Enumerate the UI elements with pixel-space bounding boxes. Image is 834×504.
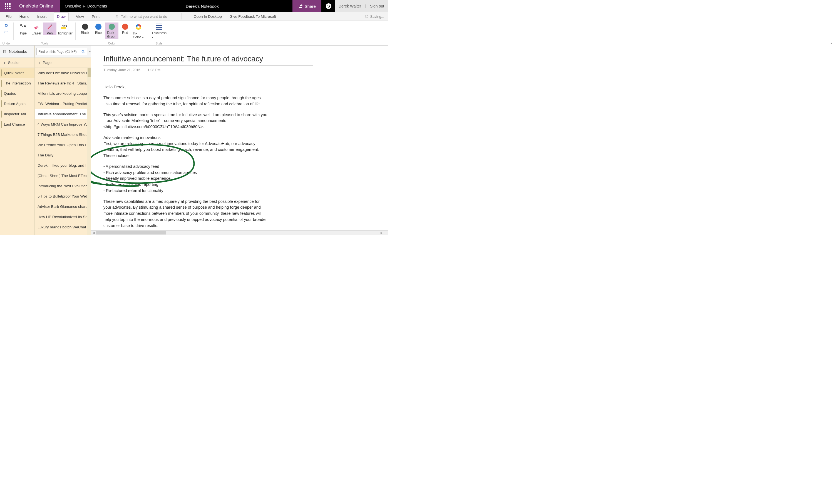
skype-button[interactable]: S xyxy=(323,0,335,12)
thickness-dropdown[interactable]: Thickness▼ xyxy=(151,23,167,39)
plus-icon: + xyxy=(38,60,41,65)
color-red[interactable]: Red xyxy=(118,23,132,39)
chevron-down-icon: ▼ xyxy=(152,36,154,39)
page-item[interactable]: Luxury brands botch WeChat - xyxy=(35,222,91,232)
redo-button[interactable] xyxy=(4,30,8,35)
list-item: - A personalized advocacy feed xyxy=(104,164,267,170)
list-item: - Rich advocacy profiles and communicati… xyxy=(104,170,267,176)
add-section-button[interactable]: + Section xyxy=(0,58,35,68)
section-label: Quick Notes xyxy=(4,71,24,75)
page-item[interactable]: 4 Ways MRM Can Improve You xyxy=(35,119,91,130)
svg-text:ab: ab xyxy=(62,24,65,27)
thickness-icon xyxy=(156,24,162,30)
eraser-tool[interactable]: Eraser xyxy=(30,23,43,35)
section-item[interactable]: Last Chance xyxy=(0,119,35,130)
type-tool[interactable]: AI Type xyxy=(16,23,30,35)
pages-scrollbar[interactable] xyxy=(87,68,91,235)
menu-draw[interactable]: Draw xyxy=(54,13,69,21)
section-item[interactable]: The Intersection xyxy=(0,78,35,88)
sign-out-link[interactable]: Sign out xyxy=(370,4,384,8)
pen-tool[interactable]: Pen xyxy=(43,23,57,35)
menu-home[interactable]: Home xyxy=(19,12,30,21)
color-dark-green[interactable]: DarkGreen xyxy=(105,23,118,39)
redo-icon xyxy=(4,30,8,34)
cursor-text-icon: AI xyxy=(20,24,26,30)
menu-insert[interactable]: Insert xyxy=(37,12,47,21)
scroll-left-icon[interactable]: ◀ xyxy=(91,231,96,235)
notebooks-header[interactable]: Notebooks xyxy=(0,46,35,58)
svg-rect-2 xyxy=(301,5,303,6)
paragraph: The summer solstice is a day of profound… xyxy=(104,95,267,107)
chevron-down-icon: ▼ xyxy=(142,37,144,39)
undo-button[interactable] xyxy=(4,23,8,29)
waffle-icon xyxy=(5,3,10,9)
note-canvas[interactable]: Influitive announcement: The future of a… xyxy=(91,46,388,235)
page-title[interactable]: Influitive announcement: The future of a… xyxy=(104,53,313,66)
list-item: - Better analytics and reporting xyxy=(104,182,267,188)
section-label: Return Again xyxy=(4,102,26,106)
page-search[interactable] xyxy=(37,48,87,55)
scrollbar-thumb[interactable] xyxy=(96,231,166,234)
page-item[interactable]: 5 Tips to Bulletproof Your Web xyxy=(35,191,91,202)
svg-text:I: I xyxy=(25,24,25,27)
section-item[interactable]: Quick Notes xyxy=(0,68,35,78)
menu-view[interactable]: View xyxy=(75,12,85,21)
app-launcher[interactable] xyxy=(0,0,15,12)
page-item[interactable]: How HP Revolutionized Its Soc xyxy=(35,212,91,222)
list-item: - Re-factored referral functionality xyxy=(104,188,267,194)
highlighter-tool[interactable]: ab Highlighter xyxy=(57,23,72,35)
paragraph: This year's solstice marks a special tim… xyxy=(104,112,267,130)
page-item[interactable]: Introducing the Next Evolution xyxy=(35,181,91,191)
search-input[interactable] xyxy=(38,50,80,54)
greeting: Hello Derek, xyxy=(104,84,267,90)
breadcrumb[interactable]: OneDrive ▶ Documents xyxy=(60,0,112,12)
tell-me-search[interactable]: Tell me what you want to do xyxy=(115,15,167,19)
page-item[interactable]: Derek, I liked your blog, and I xyxy=(35,160,91,170)
page-item[interactable]: 7 Things B2B Marketers Shoul xyxy=(35,130,91,140)
breadcrumb-current[interactable]: Documents xyxy=(87,4,107,8)
section-label: The Intersection xyxy=(4,81,31,85)
color-black[interactable]: Black xyxy=(79,23,92,39)
menu-file[interactable]: File xyxy=(5,12,12,21)
menu-print[interactable]: Print xyxy=(91,12,100,21)
page-item[interactable]: The Daily xyxy=(35,150,91,160)
group-label-style: Style xyxy=(149,42,169,45)
page-item[interactable]: The Reviews are In: 4+ Stars. xyxy=(35,78,91,88)
paragraph: Advocate marketing innovationsFirst, we … xyxy=(104,135,267,153)
skype-icon: S xyxy=(326,3,332,9)
page-item[interactable]: FW: Webinar - Putting Predicti xyxy=(35,99,91,109)
page-item[interactable]: Millennials are keeping coupo xyxy=(35,88,91,99)
group-label-undo: Undo xyxy=(0,42,12,45)
section-item[interactable]: Inspector Tail xyxy=(0,109,35,119)
list-item: - Greatly improved mobile experience xyxy=(104,176,267,182)
scroll-right-icon[interactable]: ▶ xyxy=(379,231,383,235)
share-button[interactable]: Share xyxy=(292,0,321,12)
section-item[interactable]: Return Again xyxy=(0,99,35,109)
group-label-tools: Tools xyxy=(15,42,74,45)
ink-color-dropdown[interactable]: InkColor ▼ xyxy=(132,23,145,39)
color-blue[interactable]: Blue xyxy=(92,23,105,39)
horizontal-scrollbar[interactable]: ◀ ▶ xyxy=(91,230,383,235)
chevron-down-icon[interactable]: ▼ xyxy=(89,50,91,53)
page-item[interactable]: We Predict You'll Open This Em xyxy=(35,140,91,150)
section-label: Inspector Tail xyxy=(4,112,26,116)
breadcrumb-root[interactable]: OneDrive xyxy=(65,4,81,8)
give-feedback[interactable]: Give Feedback To Microsoft xyxy=(229,12,277,21)
svg-text:S: S xyxy=(327,4,330,8)
page-item[interactable]: [Cheat Sheet] The Most Effecti xyxy=(35,170,91,181)
open-in-desktop[interactable]: Open In Desktop xyxy=(193,12,222,21)
page-item[interactable]: Advisor Barb Giamanco shares xyxy=(35,202,91,212)
add-page-button[interactable]: + Page xyxy=(35,58,91,68)
page-item[interactable]: Why don't we have universal b xyxy=(35,68,91,78)
user-name[interactable]: Derek Walter xyxy=(338,4,361,8)
tell-me-placeholder: Tell me what you want to do xyxy=(121,15,167,19)
save-status: Saving... xyxy=(365,15,384,19)
section-item[interactable]: Quotes xyxy=(0,88,35,99)
page-item[interactable]: Influitive announcement: The f xyxy=(35,109,91,119)
color-wheel-icon xyxy=(135,24,142,30)
note-body[interactable]: Hello Derek, The summer solstice is a da… xyxy=(104,84,267,235)
black-swatch-icon xyxy=(82,24,88,30)
svg-rect-14 xyxy=(3,50,5,53)
lightbulb-icon xyxy=(115,15,119,18)
chevron-right-icon: ▶ xyxy=(83,4,85,8)
